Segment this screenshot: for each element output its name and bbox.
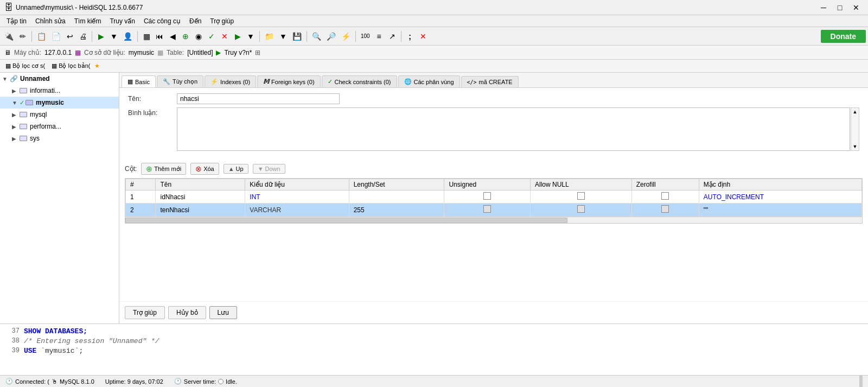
menu-item-trogiup[interactable]: Trợ giúp: [206, 16, 238, 26]
scrollbar-up-icon[interactable]: ▲: [853, 109, 858, 115]
breadcrumb-action-icon[interactable]: ⊞: [255, 49, 260, 56]
cancel-row-button[interactable]: ✕: [219, 29, 231, 43]
nav-prev-button[interactable]: ◀: [167, 29, 178, 43]
checkbox-unsigned-2[interactable]: [483, 205, 491, 213]
checkbox-zerofill-1[interactable]: [661, 192, 669, 200]
search2-button[interactable]: 🔎: [324, 29, 338, 43]
save-file-button[interactable]: 💾: [290, 29, 304, 43]
dropdown-button[interactable]: ▼: [108, 29, 120, 43]
checkbox-zerofill-2[interactable]: [661, 205, 669, 213]
save-button[interactable]: Lưu: [209, 306, 237, 319]
tab-checkconstraints[interactable]: ✓ Check constraints (0): [322, 75, 397, 87]
maximize-button[interactable]: □: [832, 2, 847, 13]
tab-tuychon[interactable]: 🔧 Tùy chọn: [157, 75, 203, 87]
delete-row-button[interactable]: ✓: [206, 29, 218, 43]
checkbox-allownull-1[interactable]: [577, 192, 585, 200]
cell-type-2[interactable]: VARCHAR: [245, 204, 349, 217]
minimize-button[interactable]: ─: [816, 2, 831, 13]
filter-table-item[interactable]: ▦ Bộ lọc bản(: [49, 62, 92, 70]
folder-button[interactable]: 📁: [263, 29, 276, 43]
chevron-right-icon-sys: ▶: [12, 136, 20, 142]
nav-first-button[interactable]: ⏮: [154, 29, 165, 43]
ten-input[interactable]: [177, 93, 340, 104]
tab-foreignkeys[interactable]: 𝕄 Foreign keys (0): [257, 75, 320, 87]
filter-button[interactable]: ⚡: [339, 29, 353, 43]
sidebar-item-informati[interactable]: ▶ informati...: [0, 85, 119, 97]
list-button[interactable]: ≡: [373, 29, 385, 43]
sql-backtick: `mymusic`;: [41, 347, 83, 355]
sidebar-item-performa[interactable]: ▶ performa...: [0, 120, 119, 132]
edit-connection-button[interactable]: ✏: [17, 29, 29, 43]
menu-item-truyvaan[interactable]: Truy vấn: [105, 16, 139, 26]
export-button[interactable]: ↗: [386, 29, 398, 43]
run-dropdown-button[interactable]: ▼: [245, 29, 257, 43]
cell-name-1[interactable]: idNhacsi: [156, 191, 245, 204]
cell-type-1[interactable]: INT: [245, 191, 349, 204]
print-button[interactable]: 🖨: [77, 29, 89, 43]
sidebar-item-unnamed[interactable]: ▼ 🔗 Unnamed: [0, 73, 119, 85]
table-row[interactable]: 2 tenNhacsi VARCHAR 255 "": [126, 204, 862, 217]
search-button[interactable]: 🔍: [310, 29, 323, 43]
scrollbar-down-icon[interactable]: ▼: [853, 144, 858, 149]
tab-basic-label: Basic: [135, 79, 150, 85]
cell-name-2[interactable]: tenNhacsi: [156, 204, 245, 217]
tab-macreate[interactable]: </> mã CREATE: [461, 76, 519, 87]
run-button[interactable]: ▶: [232, 29, 244, 43]
tab-phanvung[interactable]: 🌐 Các phân vùng: [398, 75, 460, 87]
cell-default-2[interactable]: "": [699, 204, 861, 217]
edit-row-button[interactable]: ◉: [193, 29, 205, 43]
connect-button[interactable]: ▶: [95, 29, 107, 43]
add-row-button[interactable]: ⊕: [180, 29, 192, 43]
tab-indexes[interactable]: ⚡ Indexes (0): [205, 75, 256, 87]
undo-button[interactable]: ↩: [64, 29, 76, 43]
close-tab-button[interactable]: ✕: [417, 29, 429, 43]
menu-item-taptin[interactable]: Tập tin: [2, 16, 31, 26]
donate-button[interactable]: Donate: [821, 30, 866, 43]
close-button[interactable]: ✕: [848, 2, 864, 13]
sidebar-item-mysql[interactable]: ▶ mysql: [0, 109, 119, 120]
query-label[interactable]: Truy v?n*: [224, 49, 252, 56]
menu-item-chinhsua[interactable]: Chỉnh sửa: [31, 16, 70, 26]
sql-editor[interactable]: 37 SHOW DATABASES; 38 /* Entering sessio…: [0, 323, 868, 375]
new-connection-button[interactable]: 🔌: [2, 29, 16, 43]
filter-server-item[interactable]: ▦ Bộ lọc cơ s(: [3, 62, 47, 70]
cell-default-1[interactable]: AUTO_INCREMENT: [699, 191, 861, 204]
cell-zerofill-2[interactable]: [631, 204, 699, 217]
paste-button[interactable]: 📄: [49, 29, 63, 43]
star-icon[interactable]: ★: [94, 62, 100, 69]
resize-handle[interactable]: [859, 376, 863, 388]
cell-allownull-1[interactable]: [531, 191, 632, 204]
menu-item-caccongcu[interactable]: Các công cụ: [139, 16, 185, 26]
tab-basic[interactable]: ▦ Basic: [122, 75, 156, 87]
cell-length-2[interactable]: 255: [349, 204, 444, 217]
down-column-button[interactable]: ▼ Down: [253, 164, 285, 174]
binhluan-input[interactable]: [177, 107, 850, 151]
table-row[interactable]: 1 idNhacsi INT AUTO_INCREMENT: [126, 191, 862, 204]
cell-num-2: 2: [126, 204, 156, 217]
menu-item-timkiem[interactable]: Tìm kiếm: [70, 16, 106, 26]
user-button[interactable]: 👤: [121, 29, 135, 43]
cancel-button[interactable]: Hủy bỏ: [168, 306, 206, 319]
cell-length-1[interactable]: [349, 191, 444, 204]
num-button[interactable]: 100: [359, 29, 372, 43]
up-column-button[interactable]: ▲ Up: [224, 164, 248, 174]
checkbox-allownull-2[interactable]: [577, 205, 585, 213]
dropdown2-button[interactable]: ▼: [277, 29, 289, 43]
add-column-button[interactable]: ⊕ Thêm mới: [141, 163, 186, 175]
grid-button[interactable]: ▦: [141, 29, 152, 43]
cell-unsigned-2[interactable]: [444, 204, 531, 217]
sidebar-item-sys[interactable]: ▶ sys: [0, 132, 119, 144]
tab-macreate-label: mã CREATE: [479, 79, 513, 85]
help-button[interactable]: Trợ giúp: [125, 306, 165, 319]
sidebar-item-unnamed-label: Unnamed: [20, 75, 50, 83]
copy-button[interactable]: 📋: [35, 29, 48, 43]
menu-item-den[interactable]: Đến: [185, 16, 206, 26]
checkbox-unsigned-1[interactable]: [483, 192, 491, 200]
semicolon-button[interactable]: ;: [404, 29, 416, 43]
delete-column-button[interactable]: ⊗ Xóa: [190, 163, 219, 175]
sidebar-item-mymusic[interactable]: ▼ ✓ mymusic: [0, 97, 119, 109]
tabs-bar: ▦ Basic 🔧 Tùy chọn ⚡ Indexes (0) 𝕄 Forei…: [119, 73, 868, 88]
cell-allownull-2[interactable]: [531, 204, 632, 217]
cell-unsigned-1[interactable]: [444, 191, 531, 204]
cell-zerofill-1[interactable]: [631, 191, 699, 204]
